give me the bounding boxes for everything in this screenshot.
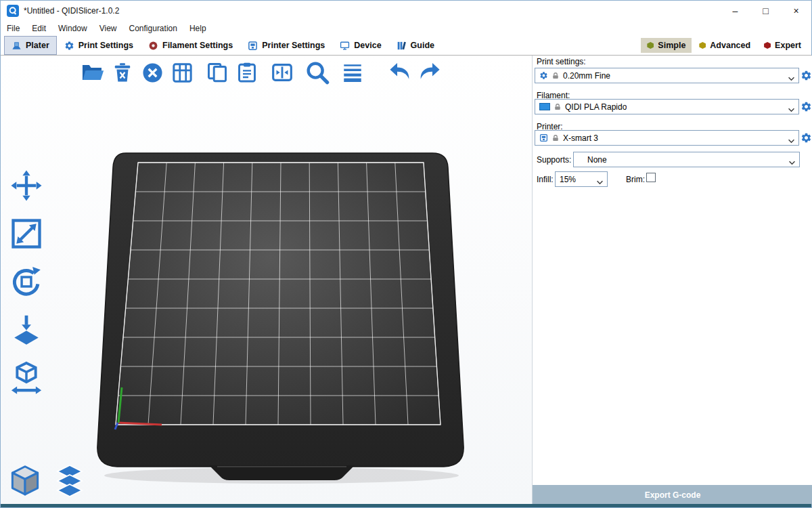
- chevron-down-icon: [788, 74, 795, 83]
- delete-all-button[interactable]: [137, 58, 167, 87]
- printer-settings-icon: [248, 41, 258, 51]
- layers-view-button[interactable]: [51, 462, 89, 500]
- tab-label: Guide: [411, 41, 434, 50]
- menu-help[interactable]: Help: [183, 22, 212, 35]
- guide-icon: [397, 41, 407, 51]
- delete-all-icon: [141, 62, 164, 84]
- print-settings-select[interactable]: 0.20mm Fine: [535, 68, 799, 83]
- mode-label: Simple: [658, 41, 685, 50]
- scale-button[interactable]: [7, 215, 45, 253]
- advanced-mode-dot-icon: [699, 42, 706, 49]
- printer-icon: [539, 133, 548, 142]
- tab-filament-settings[interactable]: Filament Settings: [141, 36, 240, 55]
- tab-printer-settings[interactable]: Printer Settings: [240, 36, 332, 55]
- bottom-strip: [1, 504, 811, 507]
- bed-handle: [209, 465, 355, 480]
- menu-configuration[interactable]: Configuration: [123, 22, 183, 35]
- app-logo-icon: [7, 5, 19, 17]
- mode-label: Advanced: [710, 41, 750, 50]
- mode-simple[interactable]: Simple: [641, 38, 692, 53]
- layers-view-icon: [53, 463, 87, 499]
- device-icon: [340, 41, 350, 51]
- lock-icon: [551, 72, 560, 80]
- expert-mode-dot-icon: [764, 42, 771, 49]
- brim-label: Brim:: [626, 175, 645, 184]
- tab-label: Print Settings: [78, 41, 133, 50]
- menu-edit[interactable]: Edit: [26, 22, 52, 35]
- copy-icon: [206, 62, 228, 83]
- tab-plater[interactable]: Plater: [4, 36, 57, 55]
- minimize-button[interactable]: –: [720, 1, 750, 21]
- variable-layer-height-button[interactable]: [338, 58, 367, 87]
- open-button[interactable]: [78, 58, 108, 87]
- filament-color-swatch: [539, 103, 550, 110]
- print-settings-gear-button[interactable]: [800, 69, 812, 81]
- plater-icon: [12, 41, 22, 51]
- menu-window[interactable]: Window: [52, 22, 93, 35]
- printer-gear-button[interactable]: [800, 131, 812, 144]
- bed-surface: [116, 163, 441, 425]
- split-button[interactable]: [267, 58, 297, 87]
- sidebar: Print settings: 0.20mm Fine Filament: QI…: [532, 56, 812, 505]
- print-settings-icon: [64, 41, 74, 51]
- search-icon: [304, 60, 330, 85]
- app-window: *Untitled - QIDISlicer-1.0.2 – □ × File …: [0, 0, 812, 508]
- print-settings-label: Print settings:: [537, 57, 586, 66]
- copy-button[interactable]: [202, 58, 232, 87]
- 3d-view-button[interactable]: [6, 462, 44, 500]
- brim-checkbox[interactable]: [646, 173, 656, 182]
- tab-print-settings[interactable]: Print Settings: [57, 36, 141, 55]
- gear-icon: [539, 71, 548, 80]
- delete-icon: [112, 62, 133, 83]
- close-button[interactable]: ×: [781, 1, 811, 21]
- place-on-face-button[interactable]: [7, 311, 45, 349]
- delete-button[interactable]: [108, 58, 137, 87]
- print-bed[interactable]: [87, 149, 476, 488]
- tab-device[interactable]: Device: [332, 36, 388, 55]
- split-icon: [271, 61, 294, 84]
- lock-icon: [551, 134, 560, 142]
- supports-value: None: [587, 155, 607, 165]
- filament-value: QIDI PLA Rapido: [565, 102, 627, 112]
- window-controls: – □ ×: [720, 1, 811, 21]
- menu-file[interactable]: File: [1, 22, 26, 35]
- rotate-button[interactable]: [7, 263, 45, 301]
- chevron-down-icon: [596, 177, 604, 187]
- export-gcode-button[interactable]: Export G-code: [533, 485, 812, 505]
- mode-expert[interactable]: Expert: [758, 38, 807, 53]
- infill-label: Infill:: [537, 175, 554, 184]
- viewport-toolbar: [78, 58, 445, 87]
- undo-button[interactable]: [385, 58, 415, 87]
- menu-view[interactable]: View: [93, 22, 123, 35]
- supports-select[interactable]: None: [573, 152, 800, 167]
- view-toolbar: [6, 462, 89, 500]
- move-button[interactable]: [7, 167, 45, 205]
- paste-icon: [236, 62, 258, 83]
- maximize-button[interactable]: □: [750, 1, 781, 21]
- tab-guide[interactable]: Guide: [389, 36, 442, 55]
- arrange-button[interactable]: [167, 58, 197, 87]
- window-title: *Untitled - QIDISlicer-1.0.2: [24, 6, 119, 16]
- titlebar: *Untitled - QIDISlicer-1.0.2 – □ ×: [1, 1, 811, 21]
- infill-select[interactable]: 15%: [555, 171, 608, 187]
- tab-label: Device: [354, 41, 381, 50]
- printer-select[interactable]: X-smart 3: [535, 130, 799, 146]
- rotate-icon: [9, 264, 44, 299]
- measure-icon: [9, 360, 44, 396]
- search-button[interactable]: [302, 58, 332, 87]
- mode-advanced[interactable]: Advanced: [693, 38, 757, 53]
- redo-button[interactable]: [415, 58, 445, 87]
- move-icon: [9, 168, 44, 203]
- place-on-face-icon: [9, 312, 44, 347]
- print-settings-value: 0.20mm Fine: [563, 71, 610, 81]
- chevron-down-icon: [788, 105, 795, 114]
- filament-gear-button[interactable]: [800, 100, 812, 112]
- arrange-icon: [171, 62, 194, 84]
- mode-switcher: Simple Advanced Expert: [641, 36, 811, 55]
- paste-button[interactable]: [232, 58, 262, 87]
- filament-select[interactable]: QIDI PLA Rapido: [535, 99, 799, 114]
- 3d-viewport[interactable]: [1, 56, 532, 505]
- open-folder-icon: [80, 60, 106, 85]
- tab-label: Printer Settings: [262, 41, 325, 50]
- measure-button[interactable]: [7, 359, 45, 397]
